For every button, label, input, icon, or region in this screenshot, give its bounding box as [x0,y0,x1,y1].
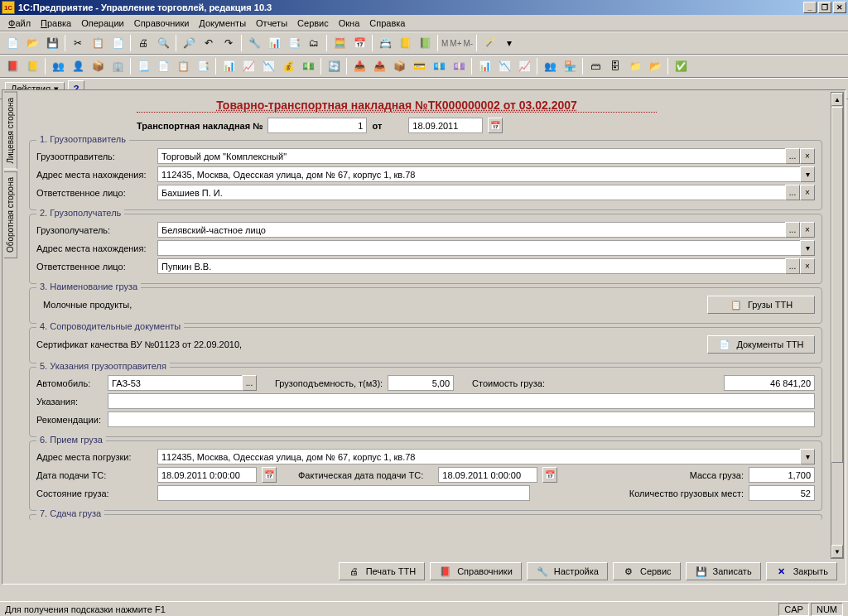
doc-icon[interactable]: 📈 [515,57,533,75]
state-field[interactable] [157,485,530,501]
select-button[interactable]: ... [785,185,800,200]
doc-icon[interactable]: 💵 [299,57,317,75]
doc-icon[interactable]: 💳 [410,57,428,75]
select-button[interactable]: ... [785,148,800,164]
doc-icon[interactable]: 📋 [174,57,192,75]
clear-button[interactable]: × [800,185,815,200]
addr-field[interactable] [157,240,800,256]
recv-field[interactable]: Белявский-частное лицо [157,222,785,238]
doc-icon[interactable]: 📉 [259,57,277,75]
doc-icon[interactable]: 📈 [239,57,258,75]
tool-icon[interactable]: 📒 [396,34,414,52]
users-icon[interactable]: 👥 [49,57,67,75]
doc-icon[interactable]: 📦 [390,57,408,75]
minimize-button[interactable]: _ [803,2,817,13]
doc-icon[interactable]: 💰 [279,57,297,75]
menu-help[interactable]: Справка [364,17,410,30]
tab-back[interactable]: Оборотная сторона [4,171,17,258]
docs-ttn-button[interactable]: 📄 Документы ТТН [707,335,815,354]
print-button[interactable]: 🖨Печать ТТН [339,562,425,580]
refs-button[interactable]: 📕Справочники [430,562,522,580]
setup-button[interactable]: 🔧Настройка [527,562,608,580]
select-button[interactable]: ... [785,222,800,238]
doc-icon[interactable]: 📄 [154,57,172,75]
doc-icon[interactable]: 🗄 [606,57,624,75]
cargo-ttn-button[interactable]: 📋 Грузы ТТН [707,296,815,314]
doc-icon[interactable]: 📉 [495,57,513,75]
resp-field[interactable]: Бахшиев П. И. [157,185,785,200]
doc-icon[interactable]: 💷 [450,57,468,75]
calendar-button[interactable] [542,467,557,483]
dropdown-button[interactable]: ▾ [800,449,815,464]
tool-icon[interactable]: 📊 [265,34,283,52]
resp-field[interactable]: Пупкин В.В. [157,258,785,274]
places-field[interactable]: 52 [749,485,815,501]
doc-icon[interactable]: ✅ [672,57,690,75]
menu-file[interactable]: Файл [3,17,36,30]
tool-icon[interactable]: 🔧 [245,34,263,52]
menu-reports[interactable]: Отчеты [251,17,292,30]
menu-windows[interactable]: Окна [334,17,365,30]
menu-ops[interactable]: Операции [76,17,128,30]
doc-icon[interactable]: 📂 [646,57,664,75]
calendar-button[interactable] [262,467,277,483]
menu-docs[interactable]: Документы [194,17,251,30]
load-addr-field[interactable]: 112435, Москва, Одесская улица, дом № 67… [157,449,800,464]
menu-edit[interactable]: Правка [36,17,76,30]
tool-icon[interactable]: 📇 [376,34,394,52]
doc-icon[interactable]: 📊 [475,57,494,75]
instr-field[interactable] [108,393,815,409]
book-icon[interactable]: 📕 [3,57,22,75]
book-icon[interactable]: 📒 [23,57,41,75]
service-button[interactable]: ⚙Сервис [613,562,681,580]
clear-button[interactable]: × [800,148,815,164]
doc-icon[interactable]: 🏪 [561,57,579,75]
doc-date-field[interactable]: 18.09.2011 [408,118,483,133]
scroll-up-icon[interactable]: ▲ [831,93,843,106]
select-button[interactable]: ... [242,375,257,391]
close-button[interactable]: ✕Закрыть [766,562,837,580]
save-button[interactable]: 💾Записать [686,562,761,580]
date2-field[interactable]: 18.09.2011 0:00:00 [438,467,537,483]
date1-field[interactable]: 18.09.2011 0:00:00 [157,467,257,483]
select-button[interactable]: ... [785,258,800,274]
doc-icon[interactable]: 📤 [370,57,388,75]
tool-icon[interactable]: 📗 [416,34,434,52]
m-plus-label[interactable]: M+ [450,39,461,48]
close-button[interactable]: ✕ [833,2,846,13]
undo-icon[interactable]: ↶ [200,34,218,52]
dropdown-button[interactable]: ▾ [800,240,815,256]
dropdown-button[interactable]: ▾ [800,166,815,182]
open-icon[interactable]: 📂 [23,34,41,52]
doc-icon[interactable]: 📃 [134,57,152,75]
mass-field[interactable]: 1,700 [749,467,815,483]
clear-button[interactable]: × [800,258,815,274]
tool-icon[interactable]: 🧮 [330,34,349,52]
scroll-down-icon[interactable]: ▼ [831,545,843,558]
tool-icon[interactable]: 🗂 [305,34,323,52]
wizard-icon[interactable]: 🪄 [480,34,499,52]
new-icon[interactable]: 📄 [3,34,22,52]
clear-button[interactable]: × [800,222,815,238]
addr-field[interactable]: 112435, Москва, Одесская улица, дом № 67… [157,166,800,182]
tool-icon[interactable]: 📑 [285,34,303,52]
auto-field[interactable]: ГАЗ-53 [108,375,242,391]
menu-service[interactable]: Сервис [292,17,334,30]
find-icon[interactable]: 🔎 [180,34,198,52]
m-minus-label[interactable]: M- [464,39,474,48]
doc-icon[interactable]: 🔄 [325,57,343,75]
doc-icon[interactable]: 🗃 [586,57,605,75]
m-label[interactable]: M [441,39,448,48]
calendar-button[interactable] [488,118,503,133]
menu-refs[interactable]: Справочники [129,17,195,30]
cost-field[interactable]: 46 841,20 [724,375,815,391]
save-icon[interactable]: 💾 [43,34,61,52]
redo-icon[interactable]: ↷ [219,34,238,52]
scrollbar[interactable]: ▲ ▼ [831,92,844,559]
paste-icon[interactable]: 📄 [108,34,127,52]
cut-icon[interactable]: ✂ [69,34,87,52]
scroll-thumb[interactable] [831,107,843,463]
doc-icon[interactable]: 📥 [350,57,369,75]
doc-icon[interactable]: 💶 [430,57,448,75]
copy-icon[interactable]: 📋 [89,34,107,52]
